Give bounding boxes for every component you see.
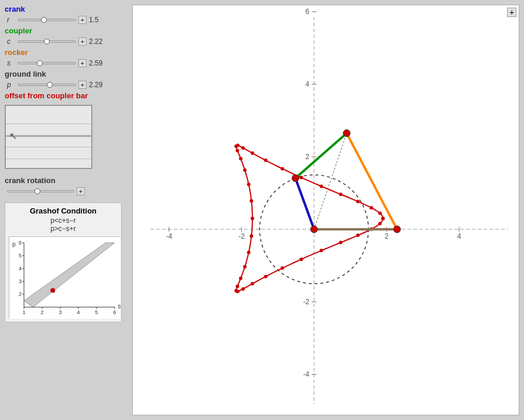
offset-tick-3 [6, 159, 91, 159]
coupler-slider-row: c + 2.22 [7, 37, 127, 46]
crank-rotation-label: crank rotation [5, 176, 127, 185]
main-container: crank r + 1.5 coupler c + 2.22 rocker s [0, 0, 524, 420]
rocker-var-label: s [7, 59, 15, 67]
rocker-label: rocker [5, 48, 127, 57]
crank-slider-thumb[interactable] [41, 17, 47, 23]
crank-slider-row: r + 1.5 [7, 16, 127, 24]
main-canvas[interactable] [133, 5, 519, 415]
offset-tick-2 [6, 147, 91, 147]
ground-slider-thumb[interactable] [47, 82, 53, 88]
grashof-cond1: p<c+s−r [9, 216, 118, 225]
ground-slider[interactable] [18, 84, 76, 86]
grashof-cond2: p>c−s+r [9, 225, 118, 233]
coupler-label: coupler [5, 26, 127, 35]
ground-slider-row: p + 2.29 [7, 81, 127, 89]
crank-plus-btn[interactable]: + [78, 16, 87, 24]
coupler-plus-btn[interactable]: + [78, 37, 87, 46]
rocker-slider-thumb[interactable] [37, 60, 43, 66]
crank-rotation-slider[interactable] [7, 190, 74, 192]
ground-value: 2.29 [89, 81, 106, 89]
right-panel: + [132, 5, 519, 415]
rocker-slider-row: s + 2.59 [7, 59, 127, 67]
grashof-title: Grashof Condition [9, 206, 118, 215]
crank-rotation-thumb[interactable] [35, 188, 40, 194]
offset-line [6, 135, 91, 137]
ground-label: ground link [5, 70, 127, 78]
crank-rotation-slider-row: + [7, 187, 127, 195]
crank-rotation-plus-btn[interactable]: + [77, 187, 85, 195]
grashof-chart [9, 236, 120, 318]
offset-tick-1 [6, 123, 91, 124]
coupler-var-label: c [7, 37, 15, 46]
offset-cursor: ↖ [9, 130, 17, 142]
left-panel: crank r + 1.5 coupler c + 2.22 rocker s [5, 5, 127, 415]
crank-value: 1.5 [89, 16, 106, 24]
coupler-slider[interactable] [18, 40, 76, 43]
coupler-value: 2.22 [89, 37, 106, 46]
crank-var-label: r [7, 16, 15, 24]
grashof-canvas [9, 237, 120, 319]
ground-var-label: p [7, 81, 15, 89]
ground-plus-btn[interactable]: + [78, 81, 87, 89]
rocker-value: 2.59 [89, 59, 106, 67]
rocker-slider[interactable] [18, 62, 76, 64]
crank-slider[interactable] [18, 19, 76, 21]
offset-box[interactable]: ↖ [5, 105, 92, 169]
grashof-box: Grashof Condition p<c+s−r p>c−s+r [5, 202, 122, 322]
offset-label: offset from coupler bar [5, 91, 127, 100]
crank-label: crank [5, 5, 127, 13]
coupler-slider-thumb[interactable] [44, 39, 50, 44]
corner-plus-btn[interactable]: + [507, 8, 516, 17]
rocker-plus-btn[interactable]: + [78, 59, 87, 67]
